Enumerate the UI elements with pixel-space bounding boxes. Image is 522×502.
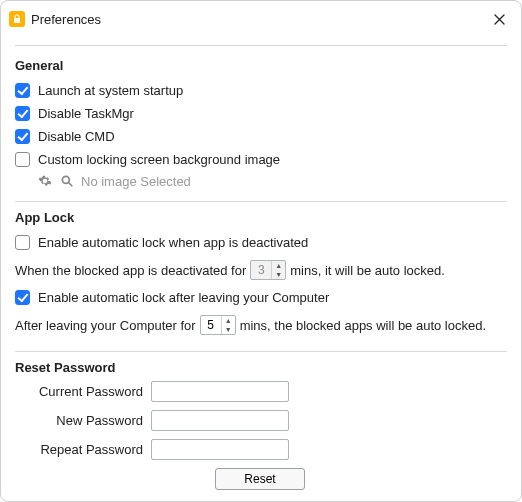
- checkbox-row-launch-startup[interactable]: Launch at system startup: [15, 79, 507, 102]
- spin-down-icon[interactable]: ▼: [222, 325, 235, 334]
- checkbox-autolock-deactivated[interactable]: [15, 235, 30, 250]
- bg-image-row: No image Selected: [15, 171, 507, 191]
- spin-down-icon[interactable]: ▼: [272, 270, 285, 279]
- close-button[interactable]: [487, 7, 511, 31]
- reset-button[interactable]: Reset: [215, 468, 305, 490]
- checkbox-label: Disable TaskMgr: [38, 106, 134, 121]
- titlebar: Preferences: [1, 1, 521, 35]
- checkbox-launch-startup[interactable]: [15, 83, 30, 98]
- window-title: Preferences: [31, 12, 487, 27]
- new-password-label: New Password: [15, 413, 145, 428]
- checkbox-label: Enable automatic lock when app is deacti…: [38, 235, 308, 250]
- gear-icon[interactable]: [37, 173, 53, 189]
- no-image-text: No image Selected: [81, 174, 191, 189]
- leave-mins-line: After leaving your Computer for ▲ ▼ mins…: [15, 309, 507, 341]
- checkbox-disable-cmd[interactable]: [15, 129, 30, 144]
- text: mins, it will be auto locked.: [290, 263, 445, 278]
- checkbox-row-autolock-deactivated[interactable]: Enable automatic lock when app is deacti…: [15, 231, 507, 254]
- checkbox-row-disable-cmd[interactable]: Disable CMD: [15, 125, 507, 148]
- spinner-buttons[interactable]: ▲ ▼: [271, 261, 285, 279]
- content: General Launch at system startup Disable…: [1, 35, 521, 500]
- svg-line-2: [69, 183, 73, 187]
- leave-mins-input[interactable]: [201, 316, 221, 334]
- checkbox-row-custom-bg[interactable]: Custom locking screen background image: [15, 148, 507, 171]
- section-title-applock: App Lock: [15, 201, 507, 225]
- checkbox-label: Custom locking screen background image: [38, 152, 280, 167]
- repeat-password-label: Repeat Password: [15, 442, 145, 457]
- checkbox-label: Enable automatic lock after leaving your…: [38, 290, 329, 305]
- svg-rect-0: [14, 18, 20, 23]
- checkbox-disable-taskmgr[interactable]: [15, 106, 30, 121]
- password-grid: Current Password New Password Repeat Pas…: [15, 381, 507, 460]
- new-password-input[interactable]: [151, 410, 289, 431]
- lock-icon: [9, 11, 25, 27]
- section-title-reset: Reset Password: [15, 351, 507, 375]
- checkbox-label: Launch at system startup: [38, 83, 183, 98]
- preferences-window: Preferences General Launch at system sta…: [0, 0, 522, 502]
- current-password-label: Current Password: [15, 384, 145, 399]
- checkbox-autolock-leave[interactable]: [15, 290, 30, 305]
- text: When the blocked app is deactivated for: [15, 263, 246, 278]
- spin-up-icon[interactable]: ▲: [222, 316, 235, 325]
- checkbox-label: Disable CMD: [38, 129, 115, 144]
- spinner-buttons[interactable]: ▲ ▼: [221, 316, 235, 334]
- deactivated-mins-spinner[interactable]: ▲ ▼: [250, 260, 286, 280]
- text: mins, the blocked apps will be auto lock…: [240, 318, 486, 333]
- checkbox-row-disable-taskmgr[interactable]: Disable TaskMgr: [15, 102, 507, 125]
- checkbox-row-autolock-leave[interactable]: Enable automatic lock after leaving your…: [15, 286, 507, 309]
- deactivated-mins-line: When the blocked app is deactivated for …: [15, 254, 507, 286]
- checkbox-custom-bg[interactable]: [15, 152, 30, 167]
- repeat-password-input[interactable]: [151, 439, 289, 460]
- spin-up-icon[interactable]: ▲: [272, 261, 285, 270]
- deactivated-mins-input[interactable]: [251, 261, 271, 279]
- text: After leaving your Computer for: [15, 318, 196, 333]
- reset-button-row: Reset: [15, 468, 507, 490]
- current-password-input[interactable]: [151, 381, 289, 402]
- section-title-general: General: [15, 45, 507, 73]
- svg-point-1: [62, 176, 69, 183]
- magnifier-icon[interactable]: [59, 173, 75, 189]
- leave-mins-spinner[interactable]: ▲ ▼: [200, 315, 236, 335]
